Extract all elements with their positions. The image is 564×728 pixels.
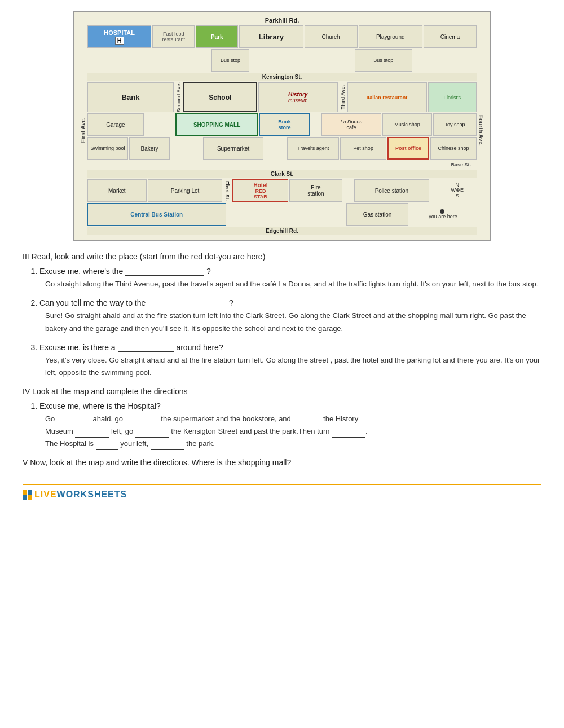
question-3-1: Excuse me, where's the ? bbox=[39, 267, 541, 276]
ladonna-label: La Donna bbox=[341, 119, 363, 125]
map-wrapper: Parkhill Rd. First Ave. HOSPITAL H Fast … bbox=[73, 11, 491, 241]
ladonna-label2: cafe bbox=[347, 125, 356, 130]
q2-text: Can you tell me the way to the bbox=[39, 298, 146, 307]
fast-food-cell: Fast food restaurant bbox=[152, 25, 195, 48]
blank-4-1b[interactable] bbox=[125, 417, 159, 425]
hotel-label2: RED bbox=[255, 188, 266, 194]
italian-cell: Italian restaurant bbox=[347, 82, 427, 112]
third-ave-label: Third Ave. bbox=[339, 82, 346, 112]
supermarket-label: Supermarket bbox=[217, 145, 249, 152]
street-base: Base St. bbox=[87, 161, 477, 169]
logo-sq-blue-bl bbox=[23, 495, 27, 500]
playground-label: Playground bbox=[376, 34, 405, 40]
exercise-3-3: Excuse me, is there a around here? Yes, … bbox=[39, 343, 541, 379]
supermarket-cell: Supermarket bbox=[203, 137, 263, 160]
q2-qmark: ? bbox=[229, 298, 233, 307]
hospital-label: HOSPITAL bbox=[104, 29, 135, 36]
park-cell: Park bbox=[196, 25, 238, 48]
section4: IV Look at the map and complete the dire… bbox=[23, 387, 541, 450]
history-label2: museum bbox=[288, 98, 308, 103]
garage-cell: Garage bbox=[87, 113, 144, 136]
gas-cell: Gas station bbox=[346, 203, 408, 226]
second-ave-label: Second Ave. bbox=[175, 82, 182, 112]
market-cell: Market bbox=[87, 179, 147, 202]
blank-4-1e[interactable] bbox=[135, 430, 169, 438]
you-here-cell: you are here bbox=[409, 203, 477, 226]
blank-4-1a[interactable] bbox=[57, 417, 91, 425]
florist-label: Florist's bbox=[443, 95, 461, 100]
h-marker: H bbox=[115, 37, 124, 45]
q3-text: Excuse me, is there a bbox=[39, 343, 116, 352]
post-label: Post office bbox=[395, 145, 421, 151]
parking-label: Parking Lot bbox=[171, 188, 200, 194]
pet-label: Pet shop bbox=[353, 145, 373, 151]
blank-3-3[interactable] bbox=[118, 344, 174, 352]
hospital-cell: HOSPITAL H bbox=[87, 25, 151, 48]
you-label: you are here bbox=[429, 214, 457, 219]
blank-4-1h[interactable] bbox=[151, 442, 184, 450]
chinese-label: Chinese shop bbox=[438, 145, 469, 151]
logo-sq-blue-tr bbox=[28, 490, 32, 495]
blank-3-1[interactable] bbox=[125, 268, 204, 276]
compass: N W⊕E S bbox=[451, 183, 464, 200]
blank-4-1d[interactable] bbox=[75, 430, 109, 438]
italian-label: Italian restaurant bbox=[367, 95, 408, 100]
q1-text: Excuse me, where's the bbox=[39, 267, 123, 276]
church-label: Church bbox=[321, 34, 340, 40]
history-label: History bbox=[288, 91, 307, 98]
bus-stop-right-label: Bus stop bbox=[373, 58, 393, 63]
chinese-cell: Chinese shop bbox=[430, 137, 477, 160]
blank-4-1g[interactable] bbox=[96, 442, 118, 450]
police-label: Police station bbox=[375, 188, 408, 194]
section5-title: V Now, look at the map and write the dir… bbox=[23, 458, 541, 467]
park-label: Park bbox=[211, 34, 223, 40]
exercise-3-2: Can you tell me the way to the ? Sure! G… bbox=[39, 298, 541, 334]
street-edgehill: Edgehill Rd. bbox=[87, 227, 477, 235]
music-cell: Music shop bbox=[382, 113, 432, 136]
q3-around: around here? bbox=[176, 343, 223, 352]
shopping-mall-cell: SHOPPING MALL bbox=[175, 113, 259, 136]
bus-stop-left-cell: Bus stop bbox=[211, 49, 249, 72]
bus-station-cell: Central Bus Station bbox=[87, 203, 226, 226]
question-4-1: Excuse me, where is the Hospital? bbox=[39, 401, 541, 411]
bookstore-cell: Book store bbox=[259, 113, 309, 136]
fast-food-label: Fast food restaurant bbox=[155, 31, 192, 42]
toy-label: Toy shop bbox=[445, 122, 465, 127]
hotel-cell: Hotel RED STAR bbox=[232, 179, 288, 202]
bakery-cell: Bakery bbox=[129, 137, 170, 160]
bank-label: Bank bbox=[122, 93, 140, 102]
logo-sq-orange-br bbox=[28, 495, 32, 500]
swim-label: Swimming pool bbox=[91, 145, 125, 151]
q1-qmark: ? bbox=[206, 267, 211, 276]
music-label: Music shop bbox=[394, 122, 420, 127]
logo-squares bbox=[23, 490, 32, 500]
history-cell: History museum bbox=[258, 82, 338, 112]
dir-line-1: Go ahaid, go the supermarket and the boo… bbox=[45, 413, 541, 425]
garage-label: Garage bbox=[106, 122, 125, 128]
bookstore-label2: store bbox=[279, 125, 291, 130]
blank-3-2[interactable] bbox=[148, 299, 227, 307]
fleet-label: Fleet St. bbox=[223, 179, 231, 202]
church-cell: Church bbox=[305, 25, 358, 48]
question-3-3: Excuse me, is there a around here? bbox=[39, 343, 541, 352]
swim-cell: Swimming pool bbox=[87, 137, 128, 160]
cinema-cell: Cinema bbox=[424, 25, 477, 48]
street-parkhill: Parkhill Rd. bbox=[79, 17, 485, 24]
logo-sq-orange-tl bbox=[23, 490, 27, 495]
section5: V Now, look at the map and write the dir… bbox=[23, 458, 541, 467]
travels-label: Travel's agent bbox=[297, 145, 329, 151]
exercise-3-1: Excuse me, where's the ? Go straight alo… bbox=[39, 267, 541, 290]
hotel-label3: STAR bbox=[254, 194, 267, 200]
shopping-mall-label: SHOPPING MALL bbox=[193, 122, 240, 128]
exercise-4-1: Excuse me, where is the Hospital? Go aha… bbox=[39, 401, 541, 450]
blank-4-1c[interactable] bbox=[293, 417, 321, 425]
answer-3-3: Yes, it's very close. Go straight ahaid … bbox=[39, 354, 541, 379]
library-label: Library bbox=[259, 33, 284, 41]
dir-line-3: The Hospital is your left, the park. bbox=[45, 438, 541, 450]
footer-text: LIVEWORKSHEETS bbox=[34, 489, 127, 500]
fire-cell: Fire station bbox=[289, 179, 342, 202]
blank-4-1f[interactable] bbox=[332, 430, 365, 438]
directions-4-1: Go ahaid, go the supermarket and the boo… bbox=[39, 413, 541, 450]
street-kensington: Kensington St. bbox=[87, 73, 477, 81]
bank-cell: Bank bbox=[87, 82, 174, 112]
